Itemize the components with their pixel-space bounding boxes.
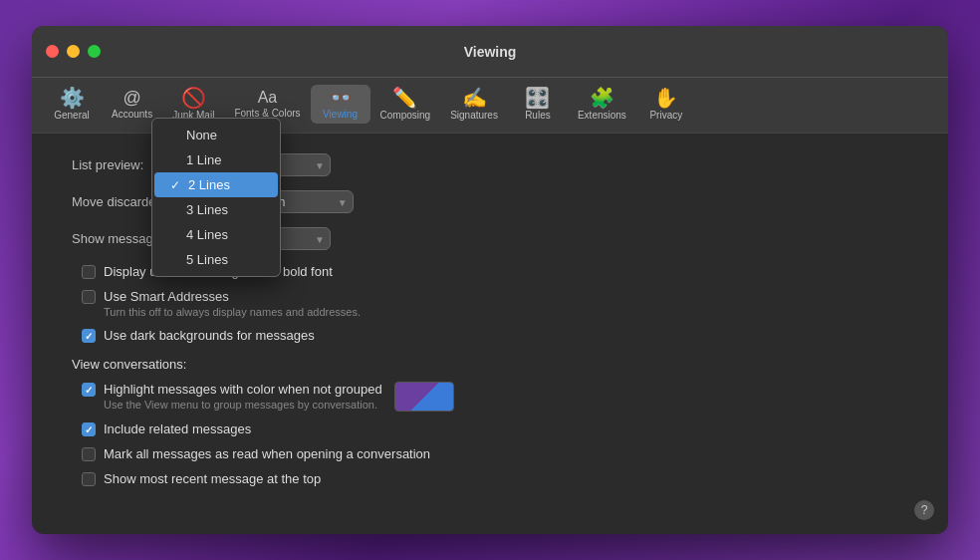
toolbar-item-viewing[interactable]: 👓 Viewing <box>311 85 370 124</box>
dark-checkbox[interactable] <box>82 329 96 343</box>
read-label: Mark all messages as read when opening a… <box>104 446 430 461</box>
highlight-label: Highlight messages with color when not g… <box>104 382 382 397</box>
popup-item-1line[interactable]: 1 Line <box>152 147 280 172</box>
checkmark-2lines: ✓ <box>170 178 182 192</box>
at-icon: @ <box>122 89 140 107</box>
close-button[interactable] <box>46 45 59 58</box>
smart-label: Use Smart Addresses <box>104 289 361 304</box>
read-checkbox-row: Mark all messages as read when opening a… <box>82 446 908 461</box>
toolbar-label-composing: Composing <box>380 110 431 121</box>
popup-item-3lines[interactable]: 3 Lines <box>152 197 280 222</box>
related-checkbox-row: Include related messages <box>82 421 908 436</box>
fullscreen-button[interactable] <box>88 45 101 58</box>
recent-label: Show most recent message at the top <box>104 471 321 486</box>
help-button[interactable]: ? <box>914 500 934 520</box>
viewing-icon: 👓 <box>330 89 352 107</box>
list-preview-popup: None 1 Line ✓ 2 Lines 3 Lines 4 Lines 5 … <box>151 118 281 277</box>
highlight-checkbox[interactable] <box>82 383 96 397</box>
toolbar-item-composing[interactable]: ✏️ Composing <box>370 84 441 125</box>
dark-label: Use dark backgrounds for messages <box>104 328 315 343</box>
fonts-icon: Aa <box>258 90 278 106</box>
extensions-icon: 🧩 <box>590 88 614 108</box>
smart-sub: Turn this off to always display names an… <box>104 306 361 318</box>
popup-item-2lines[interactable]: ✓ 2 Lines <box>154 172 278 197</box>
junk-icon: 🚫 <box>181 88 206 108</box>
main-window: Viewing ⚙️ General @ Accounts 🚫 Junk Mai… <box>32 26 948 534</box>
color-preview[interactable] <box>394 382 454 412</box>
smart-text-block: Use Smart Addresses Turn this off to alw… <box>104 289 361 318</box>
highlight-checkbox-row: Highlight messages with color when not g… <box>82 382 908 412</box>
view-conversations-header: View conversations: <box>72 357 908 372</box>
toolbar-label-general: General <box>54 110 90 121</box>
toolbar-label-privacy: Privacy <box>649 110 682 121</box>
related-label: Include related messages <box>104 421 251 436</box>
popup-item-5lines[interactable]: 5 Lines <box>152 247 280 272</box>
toolbar-label-accounts: Accounts <box>112 109 152 120</box>
smart-checkbox[interactable] <box>82 290 96 304</box>
signatures-icon: ✍️ <box>462 88 487 108</box>
rules-icon: 🎛️ <box>525 88 550 108</box>
popup-item-4lines[interactable]: 4 Lines <box>152 222 280 247</box>
titlebar: Viewing <box>32 26 948 78</box>
toolbar-item-privacy[interactable]: ✋ Privacy <box>636 84 696 125</box>
privacy-icon: ✋ <box>653 88 678 108</box>
gear-icon: ⚙️ <box>60 88 85 108</box>
toolbar-label-extensions: Extensions <box>578 110 626 121</box>
window-title: Viewing <box>464 44 517 60</box>
minimize-button[interactable] <box>67 45 80 58</box>
toolbar-label-viewing: Viewing <box>323 109 358 120</box>
popup-item-none[interactable]: None <box>152 123 280 147</box>
toolbar-item-signatures[interactable]: ✍️ Signatures <box>440 84 508 125</box>
dark-checkbox-row: Use dark backgrounds for messages <box>82 328 908 343</box>
traffic-lights <box>46 45 101 58</box>
composing-icon: ✏️ <box>392 88 417 108</box>
read-checkbox[interactable] <box>82 447 96 461</box>
highlight-text-block: Highlight messages with color when not g… <box>104 382 382 411</box>
related-checkbox[interactable] <box>82 422 96 436</box>
bold-checkbox[interactable] <box>82 265 96 279</box>
toolbar-item-rules[interactable]: 🎛️ Rules <box>508 84 568 125</box>
recent-checkbox[interactable] <box>82 472 96 486</box>
toolbar-item-general[interactable]: ⚙️ General <box>42 84 102 125</box>
toolbar-label-signatures: Signatures <box>450 110 498 121</box>
toolbar-item-extensions[interactable]: 🧩 Extensions <box>568 84 636 125</box>
smart-checkbox-row: Use Smart Addresses Turn this off to alw… <box>82 289 908 318</box>
highlight-sub: Use the View menu to group messages by c… <box>104 399 382 411</box>
toolbar-label-rules: Rules <box>525 110 551 121</box>
recent-checkbox-row: Show most recent message at the top <box>82 471 908 486</box>
